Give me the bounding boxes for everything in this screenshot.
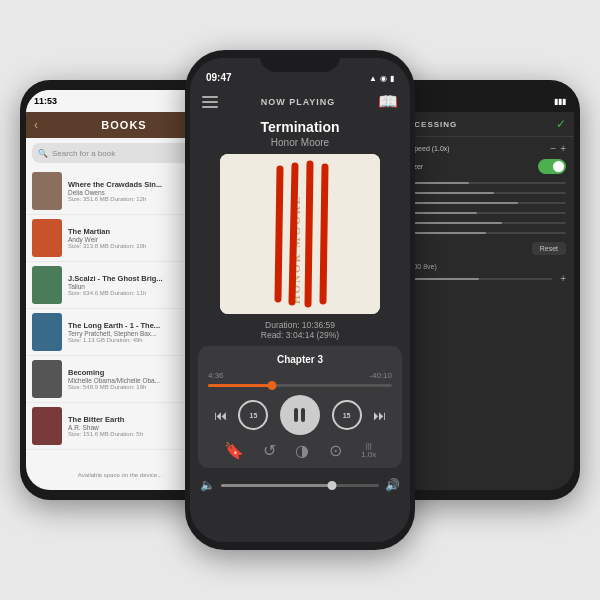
svg-line-3 <box>292 166 295 302</box>
pause-bar-right <box>301 408 305 422</box>
book-cover <box>32 407 62 445</box>
book-cover <box>32 313 62 351</box>
playback-controls: ⏮ 15 15 <box>208 395 392 435</box>
eq-track[interactable] <box>405 232 566 234</box>
wifi-icon: ◉ <box>380 74 387 83</box>
library-icon[interactable]: 📖 <box>378 92 398 111</box>
center-header: NOW PLAYING 📖 <box>190 86 410 117</box>
skip-next-button[interactable]: ⏭ <box>373 408 386 423</box>
bottom-controls: 🔖 ↺ ◑ ⊙ ||| 1.0x <box>208 441 392 460</box>
search-bar[interactable]: 🔍 Search for a book <box>32 143 208 163</box>
theme-button[interactable]: ◑ <box>295 441 309 460</box>
chapter-name: Chapter 3 <box>208 354 392 365</box>
search-placeholder: Search for a book <box>52 149 115 158</box>
eq-track[interactable] <box>405 222 566 224</box>
skip-back-button[interactable]: ⏮ <box>214 408 227 423</box>
time-row: 4:36 -40:10 <box>208 371 392 380</box>
eq-fill <box>405 232 486 234</box>
progress-bar[interactable] <box>208 384 392 387</box>
speed-minus[interactable]: − <box>550 143 556 154</box>
book-cover <box>32 360 62 398</box>
phone-notch <box>260 50 340 72</box>
now-playing-label: NOW PLAYING <box>261 97 336 107</box>
menu-line <box>202 106 218 108</box>
pitch-track[interactable] <box>405 278 552 280</box>
book-cover <box>32 172 62 210</box>
volume-thumb <box>327 481 336 490</box>
eq-slider-5 <box>394 219 566 226</box>
eq-track[interactable] <box>405 192 566 194</box>
speed-value: 1.0x <box>361 451 376 460</box>
progress-thumb <box>268 381 277 390</box>
eq-slider-3 <box>394 199 566 206</box>
book-cover <box>32 266 62 304</box>
phone-center: 09:47 ▲ ◉ ▮ NOW PLAYING 📖 Termination <box>185 50 415 550</box>
svg-line-5 <box>323 167 325 301</box>
time-current: 4:36 <box>208 371 224 380</box>
left-time: 11:53 <box>34 96 57 106</box>
pitch-row: tch (0.00 8ve) <box>394 263 566 270</box>
eq-fill <box>405 222 502 224</box>
battery-icon: ▮▮▮ <box>554 97 566 106</box>
playback-speed-row: back speed (1.0x) − + <box>394 143 566 154</box>
eq-track[interactable] <box>405 212 566 214</box>
airplay-button[interactable]: ⊙ <box>329 441 342 460</box>
eq-slider-4 <box>394 209 566 216</box>
menu-line <box>202 101 218 103</box>
bookmark-button[interactable]: 🔖 <box>224 441 244 460</box>
album-title: Termination <box>190 117 410 137</box>
rewind-label: 15 <box>249 412 257 419</box>
rewind-15-button[interactable]: 15 <box>238 400 268 430</box>
center-screen: 09:47 ▲ ◉ ▮ NOW PLAYING 📖 Termination <box>190 58 410 542</box>
pause-bar-left <box>294 408 298 422</box>
center-time: 09:47 <box>206 72 232 83</box>
speed-controls[interactable]: − + <box>550 143 566 154</box>
pitch-plus[interactable]: + <box>560 273 566 284</box>
eq-fill <box>405 212 477 214</box>
books-title: BOOKS <box>42 119 206 131</box>
forward-label: 15 <box>343 412 351 419</box>
pause-icon <box>294 408 305 422</box>
eq-slider-6 <box>394 229 566 236</box>
svg-line-2 <box>278 169 280 299</box>
status-icons: ▲ ◉ ▮ <box>369 74 394 83</box>
eq-fill <box>405 192 494 194</box>
eq-slider-1 <box>394 179 566 186</box>
volume-low-icon: 🔈 <box>200 478 215 492</box>
search-icon: 🔍 <box>38 149 48 158</box>
menu-button[interactable] <box>202 96 218 108</box>
svg-line-4 <box>308 164 310 304</box>
eq-track[interactable] <box>405 182 566 184</box>
equalizer-toggle[interactable] <box>538 159 566 174</box>
checkmark-icon: ✓ <box>556 117 566 131</box>
read-label: Read: 3:04:14 (29%) <box>190 330 410 340</box>
duration-label: Duration: 10:36:59 <box>190 320 410 330</box>
pitch-fill <box>405 278 479 280</box>
album-art-svg: HONOR MOORE A TERMINATION. <box>220 154 380 314</box>
reset-button[interactable]: Reset <box>532 242 566 255</box>
battery-icon: ▮ <box>390 74 394 83</box>
volume-fill <box>221 484 332 487</box>
volume-row: 🔈 🔊 <box>190 474 410 496</box>
speed-plus[interactable]: + <box>560 143 566 154</box>
progress-fill <box>208 384 272 387</box>
signal-icon: ▲ <box>369 74 377 83</box>
equalizer-row: Equalizer <box>394 159 566 174</box>
duration-info: Duration: 10:36:59 Read: 3:04:14 (29%) <box>190 320 410 340</box>
back-button[interactable]: ‹ <box>34 118 38 132</box>
time-remaining: -40:10 <box>369 371 392 380</box>
forward-15-button[interactable]: 15 <box>332 400 362 430</box>
eq-fill <box>405 202 518 204</box>
play-pause-button[interactable] <box>280 395 320 435</box>
album-author: Honor Moore <box>190 137 410 148</box>
volume-track[interactable] <box>221 484 379 487</box>
eq-track[interactable] <box>405 202 566 204</box>
refresh-button[interactable]: ↺ <box>263 441 276 460</box>
pitch-controls[interactable]: + <box>560 273 566 284</box>
speed-button[interactable]: ||| 1.0x <box>361 442 376 460</box>
menu-line <box>202 96 218 98</box>
book-cover <box>32 219 62 257</box>
eq-slider-2 <box>394 189 566 196</box>
chapter-section: Chapter 3 4:36 -40:10 ⏮ 15 <box>198 346 402 468</box>
pitch-slider: + <box>394 273 566 284</box>
